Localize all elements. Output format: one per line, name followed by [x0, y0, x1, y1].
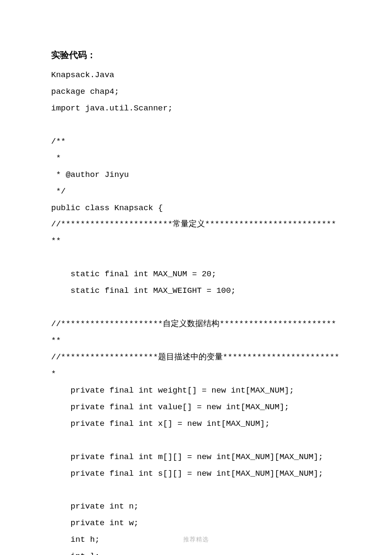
code-listing: Knapsack.Java package chap4; import java…: [51, 67, 341, 555]
page-footer: 推荐精选: [0, 536, 392, 543]
document-page: 实验代码： Knapsack.Java package chap4; impor…: [0, 0, 392, 555]
section-heading: 实验代码：: [51, 49, 341, 61]
